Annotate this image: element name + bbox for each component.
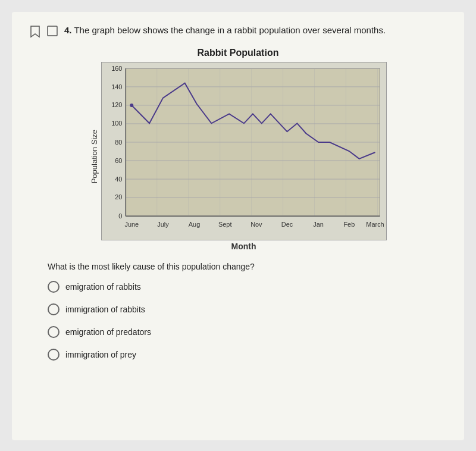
answer-option-b[interactable]: immigration of rabbits — [48, 303, 446, 315]
question-number: 4. — [64, 25, 72, 35]
answer-label-a: emigration of rabbits — [65, 282, 141, 292]
question-text: 4. The graph below shows the change in a… — [64, 24, 386, 37]
y-axis-label: Population Size — [90, 130, 99, 183]
svg-text:Jan: Jan — [313, 221, 324, 228]
svg-text:Feb: Feb — [343, 221, 355, 228]
svg-text:100: 100 — [111, 120, 122, 127]
svg-rect-0 — [48, 26, 57, 36]
svg-text:60: 60 — [115, 157, 122, 164]
svg-text:Sept: Sept — [218, 221, 231, 228]
answer-label-b: immigration of rabbits — [65, 305, 145, 314]
svg-text:Aug: Aug — [188, 221, 199, 228]
chart-container: Rabbit Population Population Size — [30, 48, 446, 251]
chart-area: 0 20 40 60 80 100 120 140 160 June July … — [101, 62, 387, 251]
chart-title: Rabbit Population — [198, 48, 279, 58]
radio-d[interactable] — [48, 349, 60, 361]
svg-text:July: July — [157, 221, 169, 228]
svg-text:0: 0 — [118, 212, 122, 220]
answer-option-c[interactable]: emigration of predators — [48, 326, 446, 338]
svg-text:80: 80 — [115, 139, 122, 146]
svg-text:Dec: Dec — [281, 221, 293, 228]
svg-text:Nov: Nov — [250, 221, 262, 228]
svg-text:20: 20 — [115, 193, 122, 201]
svg-text:140: 140 — [111, 83, 122, 90]
answer-label-d: immigration of prey — [65, 350, 136, 359]
radio-c[interactable] — [48, 326, 60, 338]
svg-text:40: 40 — [115, 176, 122, 183]
radio-b[interactable] — [48, 303, 60, 315]
svg-text:March: March — [366, 221, 384, 228]
answer-options: emigration of rabbits immigration of rab… — [48, 281, 446, 361]
answer-option-d[interactable]: immigration of prey — [48, 349, 446, 361]
answer-option-a[interactable]: emigration of rabbits — [48, 281, 446, 293]
chart-svg: 0 20 40 60 80 100 120 140 160 June July … — [101, 62, 387, 240]
sub-question-text: What is the most likely cause of this po… — [48, 262, 446, 271]
svg-text:June: June — [124, 221, 139, 228]
radio-a[interactable] — [48, 281, 60, 293]
svg-point-32 — [130, 104, 133, 107]
flag-icon[interactable] — [46, 25, 58, 37]
page: 4. The graph below shows the change in a… — [12, 12, 464, 440]
x-axis-label: Month — [101, 242, 387, 251]
bookmark-icon[interactable] — [30, 25, 40, 38]
svg-text:160: 160 — [111, 65, 122, 72]
svg-text:120: 120 — [111, 101, 122, 108]
chart-wrapper: Population Size — [90, 62, 387, 251]
question-header: 4. The graph below shows the change in a… — [30, 24, 446, 38]
answer-label-c: emigration of predators — [65, 327, 151, 337]
